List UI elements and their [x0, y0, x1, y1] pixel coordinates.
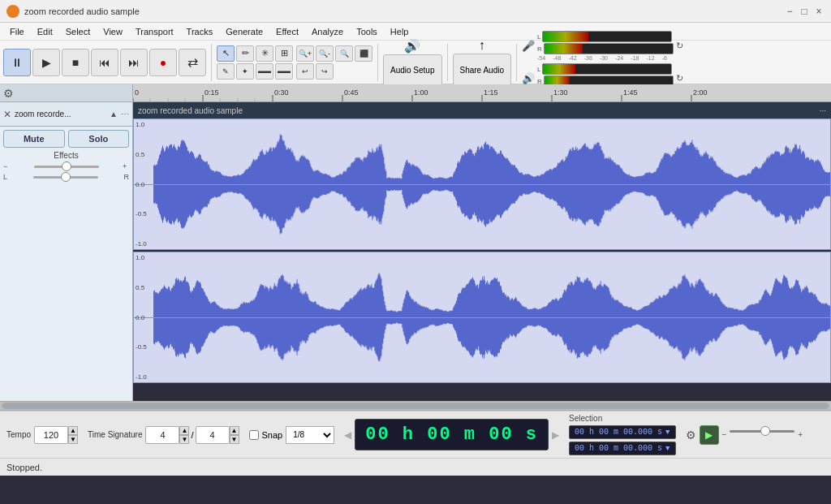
- selection-end-display[interactable]: 00 h 00 m 00.000 s ▼: [569, 442, 675, 455]
- selection-start-display[interactable]: 00 h 00 m 00.000 s ▼: [569, 425, 675, 439]
- menu-generate[interactable]: Generate: [219, 25, 269, 38]
- timer-left-arrow[interactable]: ◀: [344, 429, 351, 441]
- record-button[interactable]: ●: [149, 49, 177, 76]
- zoom-fit-tool[interactable]: ⬛: [355, 45, 372, 62]
- svg-text:1:30: 1:30: [553, 88, 568, 97]
- window-controls: − □ ×: [784, 6, 825, 17]
- menu-help[interactable]: Help: [384, 25, 416, 38]
- mute-button[interactable]: Mute: [3, 130, 65, 148]
- play-button[interactable]: ▶: [32, 49, 60, 76]
- effects-label: Effects: [3, 151, 129, 160]
- loop-button[interactable]: ⇄: [179, 49, 206, 76]
- menu-transport[interactable]: Transport: [129, 25, 180, 38]
- toolbar: ⏸ ▶ ■ ⏮ ⏭ ● ⇄ ↖ ✏ ✳ ⊞ ✎ ✦ ▬▬ ▬▬ 🔍+: [0, 41, 831, 84]
- track-collapse-button[interactable]: ▲: [110, 110, 118, 118]
- menu-select[interactable]: Select: [59, 25, 97, 38]
- selection-start-dropdown[interactable]: ▼: [665, 429, 670, 437]
- snap-label: Snap: [262, 430, 283, 440]
- track-panel: ⚙ ✕ zoom recorde... ▲ ⋯ Mute Solo Effect…: [0, 84, 133, 401]
- menu-analyze[interactable]: Analyze: [305, 25, 350, 38]
- audio-setup-button[interactable]: Audio Setup: [383, 54, 442, 87]
- select-tool[interactable]: ↖: [217, 45, 235, 62]
- time-signature-section: Time Signature 4 ▲ ▼ / 4 ▲ ▼: [88, 426, 239, 444]
- tools-group: ↖ ✏ ✳ ⊞ ✎ ✦ ▬▬ ▬▬ 🔍+ 🔍- 🔍 ⬛ ↩ ↪: [217, 44, 378, 81]
- scrollbar-thumb[interactable]: [2, 403, 829, 408]
- smart-tool[interactable]: ✦: [236, 63, 254, 80]
- redo-tool[interactable]: ↪: [316, 63, 334, 80]
- time-sig-num-value: 4: [145, 426, 179, 444]
- pencil-tool[interactable]: ✎: [217, 63, 235, 80]
- scrollbar-area[interactable]: [0, 401, 831, 411]
- envelope-tool[interactable]: ✏: [236, 45, 254, 62]
- solo-button[interactable]: Solo: [68, 130, 130, 148]
- snap-value-select[interactable]: 1/8 1/4 1/2 1: [286, 426, 334, 444]
- zoom-out-tool[interactable]: 🔍-: [316, 45, 334, 62]
- volume-thumb[interactable]: [760, 426, 770, 436]
- selection-section: Selection 00 h 00 m 00.000 s ▼ 00 h 00 m…: [569, 414, 675, 455]
- menu-effect[interactable]: Effect: [269, 25, 305, 38]
- track1-name: zoom recorded audio sample: [138, 106, 243, 115]
- menu-file[interactable]: File: [3, 25, 31, 38]
- pause-button[interactable]: ⏸: [3, 49, 31, 76]
- volume-slider[interactable]: [730, 430, 794, 440]
- share-audio-button[interactable]: Share Audio: [453, 54, 512, 86]
- prev-button[interactable]: ⏮: [91, 49, 118, 76]
- track1-label-bar: zoom recorded audio sample ···: [133, 102, 831, 118]
- timeline-ruler: 0 0:15 0:30 0:45 1:00 1:15 1:30 1:45 2:0…: [133, 84, 831, 102]
- tempo-down[interactable]: ▼: [68, 435, 78, 444]
- track1-menu-icon[interactable]: ···: [820, 106, 826, 115]
- zoom-in-tool[interactable]: 🔍+: [296, 45, 314, 62]
- track-close-button[interactable]: ✕: [3, 109, 11, 120]
- input-expand-icon[interactable]: ↻: [676, 41, 683, 51]
- time-sig-num-spinbox[interactable]: ▲ ▼: [179, 426, 189, 444]
- time-sig-den-spinbox[interactable]: ▲ ▼: [230, 426, 239, 444]
- gain-slider-thumb[interactable]: [62, 162, 71, 171]
- waveform-container[interactable]: zoom recorded audio sample ··· 1.0 0.5: [133, 102, 831, 401]
- title-bar: zoom recorded audio sample − □ ×: [0, 0, 831, 23]
- minimize-button[interactable]: −: [784, 6, 795, 17]
- draw-tool[interactable]: ✳: [256, 45, 273, 62]
- track2-wrapper: 1.0 0.5 0.0 -0.5 -1.0: [133, 252, 831, 383]
- menu-view[interactable]: View: [97, 25, 129, 38]
- timer-right-arrow[interactable]: ▶: [552, 429, 559, 441]
- gain-slider[interactable]: [11, 166, 121, 168]
- share-audio-group: ↑ Share Audio: [453, 44, 518, 81]
- time-sig-num-down[interactable]: ▼: [179, 435, 189, 444]
- selection-end-dropdown[interactable]: ▼: [665, 445, 670, 453]
- close-button[interactable]: ×: [813, 6, 825, 17]
- snap-section: Snap 1/8 1/4 1/2 1: [249, 426, 335, 444]
- menu-tracks[interactable]: Tracks: [180, 25, 220, 38]
- timeline-area: 0 0:15 0:30 0:45 1:00 1:15 1:30 1:45 2:0…: [133, 84, 831, 401]
- undo-tool[interactable]: ↩: [296, 63, 314, 80]
- pan-slider[interactable]: [9, 176, 122, 179]
- gain-max-label: +: [123, 162, 129, 170]
- clip-tool[interactable]: ▬▬: [256, 63, 273, 80]
- play-small-button[interactable]: ▶: [700, 425, 719, 445]
- pan-slider-thumb[interactable]: [61, 172, 71, 182]
- tempo-spinbox[interactable]: ▲ ▼: [68, 426, 78, 444]
- menu-edit[interactable]: Edit: [31, 25, 59, 38]
- time-sig-num-up[interactable]: ▲: [179, 426, 189, 435]
- snap-checkbox[interactable]: [249, 430, 259, 440]
- track-controls: Mute Solo Effects − + L: [0, 127, 132, 187]
- multi-tool[interactable]: ⊞: [275, 45, 293, 62]
- stop-button[interactable]: ■: [62, 49, 89, 76]
- settings-gear-icon[interactable]: ⚙: [3, 87, 14, 100]
- time-sig-den-up[interactable]: ▲: [230, 426, 239, 435]
- next-button[interactable]: ⏭: [120, 49, 148, 76]
- tempo-up[interactable]: ▲: [68, 426, 78, 435]
- menu-tools[interactable]: Tools: [350, 25, 384, 38]
- output-expand-icon[interactable]: ↻: [676, 73, 683, 84]
- tempo-value: 120: [34, 426, 68, 444]
- silence-tool[interactable]: ▬▬: [275, 63, 293, 80]
- time-sig-separator: /: [191, 430, 193, 440]
- maximize-button[interactable]: □: [799, 6, 810, 17]
- settings-gear-button[interactable]: ⚙: [686, 429, 696, 442]
- svg-text:1:15: 1:15: [484, 88, 498, 97]
- track-menu-button[interactable]: ⋯: [121, 110, 129, 118]
- tempo-section: Tempo 120 ▲ ▼: [6, 426, 78, 444]
- svg-text:2:00: 2:00: [693, 88, 708, 97]
- input-l-meter: [542, 31, 672, 42]
- zoom-sel-tool[interactable]: 🔍: [335, 45, 353, 62]
- time-sig-den-down[interactable]: ▼: [230, 435, 239, 444]
